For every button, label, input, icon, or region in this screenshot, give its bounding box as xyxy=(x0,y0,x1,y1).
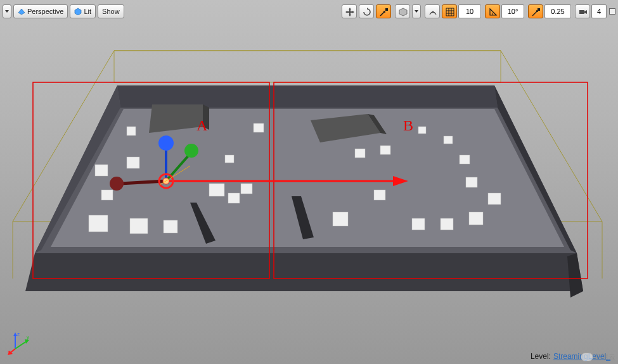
transform-scale-button[interactable] xyxy=(376,4,391,18)
svg-point-63 xyxy=(159,174,173,188)
svg-rect-29 xyxy=(89,215,108,232)
zone-b-label: B xyxy=(403,117,413,134)
status-level-label: Level: xyxy=(531,352,551,361)
svg-marker-19 xyxy=(51,109,564,247)
svg-marker-13 xyxy=(35,85,577,253)
grid-snap-button[interactable] xyxy=(442,4,457,18)
svg-rect-56 xyxy=(188,147,195,154)
svg-rect-42 xyxy=(460,155,470,164)
surface-snap-icon xyxy=(428,8,436,15)
svg-point-64 xyxy=(163,178,169,184)
chevron-down-icon xyxy=(415,10,418,13)
angle-icon xyxy=(489,8,496,15)
svg-rect-40 xyxy=(418,127,426,134)
scale-snap-button[interactable] xyxy=(528,4,543,18)
svg-marker-1 xyxy=(75,8,81,15)
svg-rect-32 xyxy=(209,184,224,196)
svg-marker-25 xyxy=(292,196,314,239)
svg-rect-62 xyxy=(112,180,120,188)
scene-render xyxy=(0,0,618,364)
perspective-icon xyxy=(18,8,25,15)
svg-rect-36 xyxy=(127,157,139,168)
svg-marker-9 xyxy=(13,51,602,222)
svg-marker-14 xyxy=(25,253,583,291)
perspective-label: Perspective xyxy=(27,8,63,15)
svg-rect-7 xyxy=(579,10,584,14)
viewport-toolbar-left: Perspective Lit Show xyxy=(3,3,124,20)
svg-point-5 xyxy=(432,11,434,13)
svg-marker-53 xyxy=(393,176,408,186)
editor-viewport[interactable]: Perspective Lit Show 10 10° xyxy=(0,0,618,364)
rotation-snap-button[interactable] xyxy=(485,4,500,18)
svg-marker-18 xyxy=(494,85,577,253)
lit-icon xyxy=(74,8,82,15)
svg-rect-59 xyxy=(162,139,171,147)
translate-icon xyxy=(345,8,353,15)
svg-marker-24 xyxy=(190,203,216,244)
scale-snap-value[interactable]: 0.25 xyxy=(544,4,571,18)
svg-rect-27 xyxy=(95,165,108,176)
svg-line-54 xyxy=(166,155,189,181)
svg-marker-2 xyxy=(367,8,369,9)
svg-rect-41 xyxy=(444,136,453,144)
maximize-viewport-button[interactable] xyxy=(609,8,615,15)
svg-marker-4 xyxy=(399,8,407,16)
svg-marker-15 xyxy=(567,253,583,298)
svg-rect-34 xyxy=(241,184,252,194)
camera-speed-button[interactable] xyxy=(575,4,590,18)
coord-space-button[interactable] xyxy=(395,4,410,18)
svg-point-61 xyxy=(110,177,124,191)
svg-rect-30 xyxy=(130,218,148,234)
rotate-icon xyxy=(363,8,370,15)
watermark: 亿速云 xyxy=(581,352,615,361)
grid-snap-value[interactable]: 10 xyxy=(458,4,481,18)
scale-snap-icon xyxy=(532,8,539,15)
svg-rect-51 xyxy=(274,82,588,279)
svg-text:z: z xyxy=(17,331,20,337)
svg-marker-22 xyxy=(311,114,380,142)
svg-rect-37 xyxy=(225,155,234,163)
svg-marker-17 xyxy=(35,85,120,253)
svg-marker-0 xyxy=(18,9,25,15)
camera-speed-value[interactable]: 4 xyxy=(591,4,607,18)
zone-a-label: A xyxy=(196,117,207,134)
transform-rotate-button[interactable] xyxy=(359,4,374,18)
surface-snap-button[interactable] xyxy=(425,4,440,18)
camera-icon xyxy=(579,8,586,15)
svg-point-55 xyxy=(184,144,198,158)
svg-rect-26 xyxy=(127,127,136,135)
svg-rect-6 xyxy=(538,8,540,11)
chevron-down-icon xyxy=(5,10,9,13)
svg-marker-69 xyxy=(25,339,29,344)
svg-rect-33 xyxy=(228,193,240,203)
svg-line-60 xyxy=(120,181,166,184)
viewport-options-dropdown[interactable] xyxy=(3,4,11,18)
svg-rect-39 xyxy=(380,146,390,154)
lit-label: Lit xyxy=(84,8,91,15)
svg-rect-43 xyxy=(466,177,477,187)
watermark-text: 亿速云 xyxy=(595,352,615,361)
svg-text:x: x xyxy=(8,349,10,355)
show-button[interactable]: Show xyxy=(98,4,124,18)
grid-icon xyxy=(446,8,453,15)
svg-rect-44 xyxy=(488,193,501,204)
svg-rect-49 xyxy=(333,212,348,226)
rotation-snap-value[interactable]: 10° xyxy=(501,4,524,18)
show-label: Show xyxy=(102,8,120,15)
perspective-button[interactable]: Perspective xyxy=(13,4,68,18)
svg-marker-20 xyxy=(149,104,203,133)
lit-button[interactable]: Lit xyxy=(70,4,96,18)
axis-gizmo: x y z xyxy=(8,330,33,355)
svg-text:y: y xyxy=(27,334,29,340)
svg-rect-50 xyxy=(33,82,269,279)
svg-rect-47 xyxy=(412,218,425,230)
svg-marker-8 xyxy=(584,10,587,14)
svg-rect-46 xyxy=(441,218,453,230)
svg-marker-16 xyxy=(117,85,498,108)
svg-rect-3 xyxy=(385,8,388,11)
transform-translate-button[interactable] xyxy=(342,4,357,18)
svg-marker-10 xyxy=(114,51,501,82)
svg-rect-28 xyxy=(101,190,113,200)
svg-marker-23 xyxy=(368,114,387,134)
coord-space-dropdown[interactable] xyxy=(412,4,421,18)
